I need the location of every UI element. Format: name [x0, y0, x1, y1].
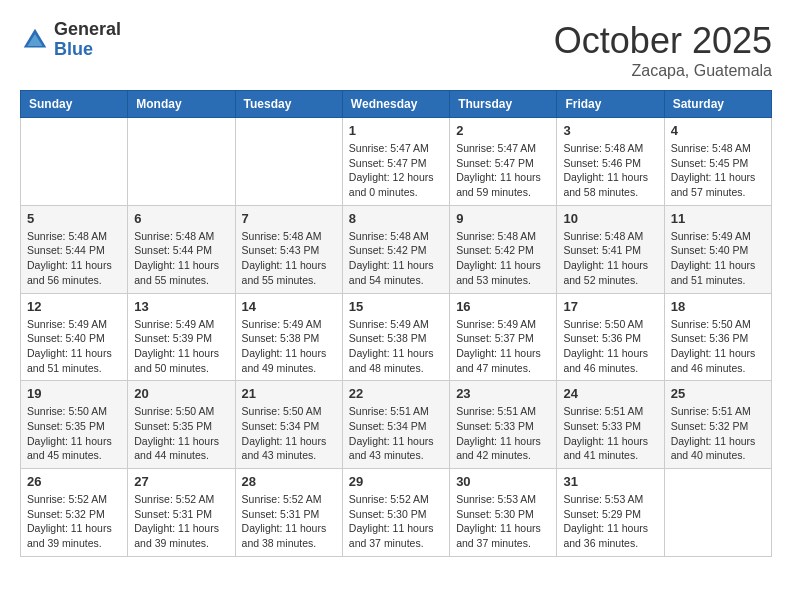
day-info: Sunrise: 5:52 AM Sunset: 5:32 PM Dayligh…: [27, 492, 121, 551]
day-number: 5: [27, 211, 121, 226]
day-info: Sunrise: 5:53 AM Sunset: 5:30 PM Dayligh…: [456, 492, 550, 551]
logo-general-text: General: [54, 20, 121, 40]
calendar-cell: 28Sunrise: 5:52 AM Sunset: 5:31 PM Dayli…: [235, 469, 342, 557]
calendar-week-row: 26Sunrise: 5:52 AM Sunset: 5:32 PM Dayli…: [21, 469, 772, 557]
day-info: Sunrise: 5:50 AM Sunset: 5:35 PM Dayligh…: [27, 404, 121, 463]
calendar-cell: 1Sunrise: 5:47 AM Sunset: 5:47 PM Daylig…: [342, 118, 449, 206]
calendar-cell: [21, 118, 128, 206]
day-number: 24: [563, 386, 657, 401]
calendar-cell: [128, 118, 235, 206]
day-info: Sunrise: 5:49 AM Sunset: 5:37 PM Dayligh…: [456, 317, 550, 376]
day-info: Sunrise: 5:50 AM Sunset: 5:36 PM Dayligh…: [563, 317, 657, 376]
day-number: 21: [242, 386, 336, 401]
day-info: Sunrise: 5:51 AM Sunset: 5:34 PM Dayligh…: [349, 404, 443, 463]
page-header: General Blue October 2025 Zacapa, Guatem…: [20, 20, 772, 80]
day-header-monday: Monday: [128, 91, 235, 118]
calendar-cell: 12Sunrise: 5:49 AM Sunset: 5:40 PM Dayli…: [21, 293, 128, 381]
day-header-saturday: Saturday: [664, 91, 771, 118]
calendar-cell: 18Sunrise: 5:50 AM Sunset: 5:36 PM Dayli…: [664, 293, 771, 381]
day-header-friday: Friday: [557, 91, 664, 118]
calendar-cell: 3Sunrise: 5:48 AM Sunset: 5:46 PM Daylig…: [557, 118, 664, 206]
day-info: Sunrise: 5:48 AM Sunset: 5:46 PM Dayligh…: [563, 141, 657, 200]
day-number: 11: [671, 211, 765, 226]
logo-text: General Blue: [54, 20, 121, 60]
day-info: Sunrise: 5:49 AM Sunset: 5:38 PM Dayligh…: [242, 317, 336, 376]
calendar-cell: 20Sunrise: 5:50 AM Sunset: 5:35 PM Dayli…: [128, 381, 235, 469]
day-number: 16: [456, 299, 550, 314]
calendar-cell: 9Sunrise: 5:48 AM Sunset: 5:42 PM Daylig…: [450, 205, 557, 293]
calendar-week-row: 1Sunrise: 5:47 AM Sunset: 5:47 PM Daylig…: [21, 118, 772, 206]
calendar-cell: 23Sunrise: 5:51 AM Sunset: 5:33 PM Dayli…: [450, 381, 557, 469]
calendar-cell: 22Sunrise: 5:51 AM Sunset: 5:34 PM Dayli…: [342, 381, 449, 469]
day-number: 19: [27, 386, 121, 401]
day-number: 7: [242, 211, 336, 226]
day-info: Sunrise: 5:51 AM Sunset: 5:32 PM Dayligh…: [671, 404, 765, 463]
day-number: 17: [563, 299, 657, 314]
day-number: 10: [563, 211, 657, 226]
day-info: Sunrise: 5:48 AM Sunset: 5:43 PM Dayligh…: [242, 229, 336, 288]
calendar-cell: 25Sunrise: 5:51 AM Sunset: 5:32 PM Dayli…: [664, 381, 771, 469]
month-title: October 2025: [554, 20, 772, 62]
day-number: 23: [456, 386, 550, 401]
day-number: 18: [671, 299, 765, 314]
day-number: 9: [456, 211, 550, 226]
day-info: Sunrise: 5:52 AM Sunset: 5:30 PM Dayligh…: [349, 492, 443, 551]
calendar-cell: 16Sunrise: 5:49 AM Sunset: 5:37 PM Dayli…: [450, 293, 557, 381]
day-header-wednesday: Wednesday: [342, 91, 449, 118]
day-number: 1: [349, 123, 443, 138]
day-info: Sunrise: 5:49 AM Sunset: 5:40 PM Dayligh…: [27, 317, 121, 376]
day-number: 13: [134, 299, 228, 314]
calendar-cell: 15Sunrise: 5:49 AM Sunset: 5:38 PM Dayli…: [342, 293, 449, 381]
day-number: 30: [456, 474, 550, 489]
day-number: 3: [563, 123, 657, 138]
day-info: Sunrise: 5:49 AM Sunset: 5:39 PM Dayligh…: [134, 317, 228, 376]
day-number: 8: [349, 211, 443, 226]
calendar-cell: 30Sunrise: 5:53 AM Sunset: 5:30 PM Dayli…: [450, 469, 557, 557]
calendar-cell: 10Sunrise: 5:48 AM Sunset: 5:41 PM Dayli…: [557, 205, 664, 293]
day-info: Sunrise: 5:48 AM Sunset: 5:42 PM Dayligh…: [349, 229, 443, 288]
calendar-cell: [235, 118, 342, 206]
day-info: Sunrise: 5:53 AM Sunset: 5:29 PM Dayligh…: [563, 492, 657, 551]
calendar-cell: [664, 469, 771, 557]
calendar-cell: 6Sunrise: 5:48 AM Sunset: 5:44 PM Daylig…: [128, 205, 235, 293]
day-number: 14: [242, 299, 336, 314]
calendar-cell: 31Sunrise: 5:53 AM Sunset: 5:29 PM Dayli…: [557, 469, 664, 557]
day-info: Sunrise: 5:48 AM Sunset: 5:44 PM Dayligh…: [134, 229, 228, 288]
day-number: 4: [671, 123, 765, 138]
day-number: 29: [349, 474, 443, 489]
calendar-header-row: SundayMondayTuesdayWednesdayThursdayFrid…: [21, 91, 772, 118]
calendar-cell: 2Sunrise: 5:47 AM Sunset: 5:47 PM Daylig…: [450, 118, 557, 206]
calendar-cell: 4Sunrise: 5:48 AM Sunset: 5:45 PM Daylig…: [664, 118, 771, 206]
calendar-cell: 19Sunrise: 5:50 AM Sunset: 5:35 PM Dayli…: [21, 381, 128, 469]
calendar-cell: 26Sunrise: 5:52 AM Sunset: 5:32 PM Dayli…: [21, 469, 128, 557]
calendar-cell: 21Sunrise: 5:50 AM Sunset: 5:34 PM Dayli…: [235, 381, 342, 469]
calendar-week-row: 5Sunrise: 5:48 AM Sunset: 5:44 PM Daylig…: [21, 205, 772, 293]
logo-icon: [20, 25, 50, 55]
day-number: 25: [671, 386, 765, 401]
calendar-cell: 13Sunrise: 5:49 AM Sunset: 5:39 PM Dayli…: [128, 293, 235, 381]
logo-blue-text: Blue: [54, 40, 121, 60]
calendar-week-row: 19Sunrise: 5:50 AM Sunset: 5:35 PM Dayli…: [21, 381, 772, 469]
day-number: 6: [134, 211, 228, 226]
day-number: 31: [563, 474, 657, 489]
day-info: Sunrise: 5:51 AM Sunset: 5:33 PM Dayligh…: [563, 404, 657, 463]
calendar-cell: 7Sunrise: 5:48 AM Sunset: 5:43 PM Daylig…: [235, 205, 342, 293]
calendar-cell: 29Sunrise: 5:52 AM Sunset: 5:30 PM Dayli…: [342, 469, 449, 557]
day-number: 27: [134, 474, 228, 489]
day-info: Sunrise: 5:50 AM Sunset: 5:36 PM Dayligh…: [671, 317, 765, 376]
day-info: Sunrise: 5:48 AM Sunset: 5:44 PM Dayligh…: [27, 229, 121, 288]
day-info: Sunrise: 5:52 AM Sunset: 5:31 PM Dayligh…: [134, 492, 228, 551]
calendar-week-row: 12Sunrise: 5:49 AM Sunset: 5:40 PM Dayli…: [21, 293, 772, 381]
day-info: Sunrise: 5:50 AM Sunset: 5:35 PM Dayligh…: [134, 404, 228, 463]
day-info: Sunrise: 5:49 AM Sunset: 5:40 PM Dayligh…: [671, 229, 765, 288]
day-number: 15: [349, 299, 443, 314]
calendar-cell: 11Sunrise: 5:49 AM Sunset: 5:40 PM Dayli…: [664, 205, 771, 293]
day-info: Sunrise: 5:48 AM Sunset: 5:45 PM Dayligh…: [671, 141, 765, 200]
day-header-sunday: Sunday: [21, 91, 128, 118]
day-number: 26: [27, 474, 121, 489]
day-info: Sunrise: 5:47 AM Sunset: 5:47 PM Dayligh…: [349, 141, 443, 200]
logo: General Blue: [20, 20, 121, 60]
calendar-cell: 5Sunrise: 5:48 AM Sunset: 5:44 PM Daylig…: [21, 205, 128, 293]
calendar-cell: 17Sunrise: 5:50 AM Sunset: 5:36 PM Dayli…: [557, 293, 664, 381]
day-info: Sunrise: 5:49 AM Sunset: 5:38 PM Dayligh…: [349, 317, 443, 376]
